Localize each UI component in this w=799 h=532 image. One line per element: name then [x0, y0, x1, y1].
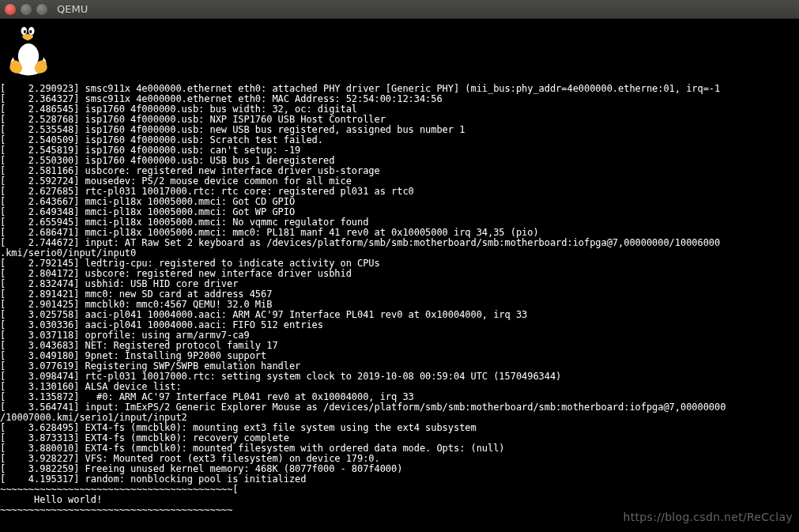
tux-logo-icon: [5, 21, 52, 77]
svg-point-4: [24, 30, 26, 33]
titlebar[interactable]: QEMU: [0, 0, 799, 19]
close-icon[interactable]: [5, 4, 16, 15]
log-line: ~~~~~~~~~~~~~~~~~~~~~~~~~~~~~~~~~~~~~~~~…: [0, 505, 726, 515]
qemu-window: QEMU [ 2.290923] smsc911x 4e000000.ether…: [0, 0, 799, 532]
maximize-icon[interactable]: [36, 4, 47, 15]
terminal-pane[interactable]: [ 2.290923] smsc911x 4e000000.ethernet e…: [0, 19, 799, 532]
log-line: ~~~~~~~~~~~~~~~~~~~~~~~~~~~~~~~~~~~~~~~~…: [0, 485, 726, 495]
boot-log: [ 2.290923] smsc911x 4e000000.ethernet e…: [0, 84, 726, 515]
svg-point-5: [29, 30, 32, 33]
window-title: QEMU: [57, 3, 88, 15]
minimize-icon[interactable]: [21, 4, 32, 15]
